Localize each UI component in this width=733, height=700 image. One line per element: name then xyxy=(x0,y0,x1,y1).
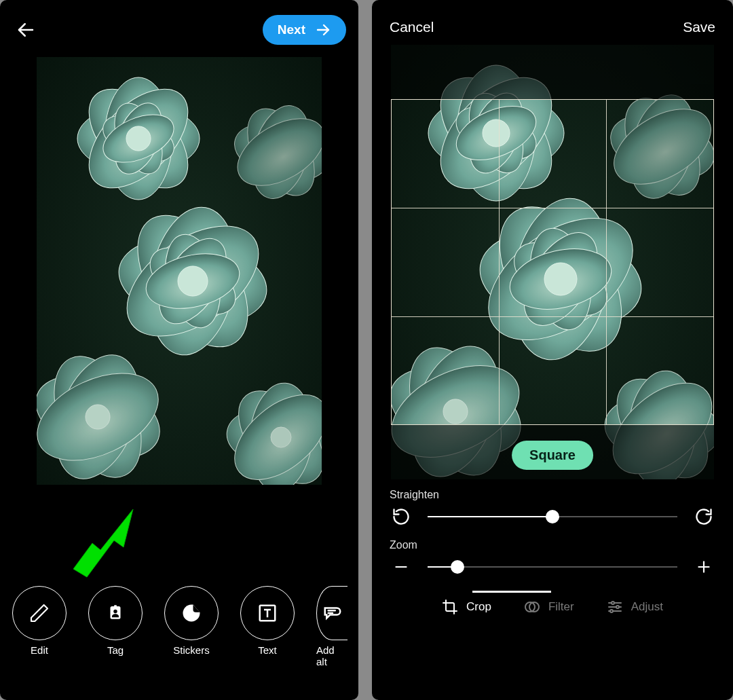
aspect-square-pill[interactable]: Square xyxy=(512,441,593,470)
straighten-row xyxy=(390,505,715,528)
zoom-in-button[interactable] xyxy=(692,555,715,578)
left-header: Next xyxy=(0,0,358,53)
svg-point-86 xyxy=(610,610,613,612)
next-button[interactable]: Next xyxy=(263,15,346,45)
annotation-arrow xyxy=(61,504,143,585)
svg-rect-38 xyxy=(114,605,117,608)
svg-point-25 xyxy=(86,405,110,429)
svg-point-82 xyxy=(612,602,614,604)
tag-person-icon xyxy=(105,603,126,623)
tool-stickers-label: Stickers xyxy=(173,644,209,656)
tool-text-label: Text xyxy=(258,644,277,656)
right-header: Cancel Save xyxy=(372,0,733,41)
straighten-slider[interactable] xyxy=(428,507,677,526)
tab-adjust-label: Adjust xyxy=(631,600,663,614)
tab-filter[interactable]: Filter xyxy=(524,599,574,615)
zoom-label: Zoom xyxy=(390,539,715,551)
tool-row: Edit Tag Stickers Text Add alt xyxy=(12,586,358,667)
arrow-left-icon xyxy=(16,20,36,40)
pencil-icon xyxy=(29,602,50,624)
tab-crop[interactable]: Crop xyxy=(442,599,491,615)
tool-tag[interactable]: Tag xyxy=(88,586,143,667)
crop-icon xyxy=(442,599,458,615)
image-preview[interactable] xyxy=(0,57,358,485)
crop-dim-top xyxy=(391,45,714,99)
svg-point-11 xyxy=(126,126,151,151)
compose-screen: Next xyxy=(0,0,358,700)
aspect-square-label: Square xyxy=(529,447,576,462)
svg-point-37 xyxy=(113,610,117,614)
rotate-ccw-icon xyxy=(392,507,411,526)
controls-area: Straighten Zoom xyxy=(372,479,733,578)
crop-editor-screen: Cancel Save xyxy=(372,0,733,700)
tool-tag-label: Tag xyxy=(107,644,124,656)
zoom-slider[interactable] xyxy=(428,557,677,576)
svg-point-84 xyxy=(616,606,619,608)
tab-crop-label: Crop xyxy=(466,600,491,614)
arrow-right-icon xyxy=(315,22,331,38)
rotate-ccw-button[interactable] xyxy=(390,505,413,528)
back-button[interactable] xyxy=(12,16,39,43)
alt-text-icon xyxy=(322,603,343,623)
tool-add-alt-label: Add alt xyxy=(316,644,347,667)
svg-point-20 xyxy=(178,266,208,296)
tool-add-alt[interactable]: Add alt xyxy=(316,586,347,667)
cancel-button[interactable]: Cancel xyxy=(390,19,434,35)
zoom-row xyxy=(390,555,715,578)
filter-icon xyxy=(524,599,540,615)
rotate-cw-button[interactable] xyxy=(692,505,715,528)
zoom-out-button[interactable] xyxy=(390,555,413,578)
save-button[interactable]: Save xyxy=(683,19,715,35)
tool-stickers[interactable]: Stickers xyxy=(164,586,219,667)
tab-filter-label: Filter xyxy=(548,600,574,614)
svg-marker-35 xyxy=(73,509,133,577)
tab-adjust[interactable]: Adjust xyxy=(607,599,663,615)
editor-tabs: Crop Filter Adjust xyxy=(372,589,733,630)
svg-point-30 xyxy=(271,427,291,447)
tool-text[interactable]: Text xyxy=(240,586,295,667)
rotate-cw-icon xyxy=(694,507,713,526)
next-button-label: Next xyxy=(278,22,305,37)
photo-content xyxy=(37,57,322,485)
sliders-icon xyxy=(607,599,623,615)
tool-edit-label: Edit xyxy=(31,644,48,656)
plus-icon xyxy=(695,558,713,576)
crop-canvas[interactable]: Square xyxy=(391,45,714,479)
text-icon xyxy=(257,603,278,623)
straighten-label: Straighten xyxy=(390,489,715,501)
tab-indicator xyxy=(472,591,551,593)
crop-frame[interactable] xyxy=(391,99,714,425)
sticker-icon xyxy=(181,603,202,623)
minus-icon xyxy=(392,558,410,576)
tool-edit[interactable]: Edit xyxy=(12,586,67,667)
